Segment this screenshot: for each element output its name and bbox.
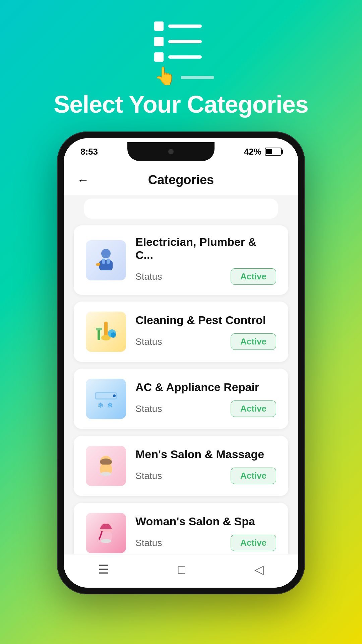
category-card-womens-salon[interactable]: Woman's Salon & Spa Status Active bbox=[74, 503, 288, 554]
app-header: ← Categories bbox=[64, 165, 298, 195]
svg-point-0 bbox=[101, 249, 111, 258]
top-section: 👆 Select Your Categories bbox=[54, 0, 308, 118]
list-illustration: 👆 bbox=[154, 27, 208, 80]
status-label-mens-salon: Status bbox=[135, 471, 162, 481]
category-image-electrician bbox=[86, 240, 126, 280]
partial-card bbox=[84, 199, 278, 219]
svg-rect-3 bbox=[107, 259, 110, 264]
category-info-mens-salon: Men's Salon & Massage Status Active bbox=[135, 448, 276, 484]
svg-point-22 bbox=[101, 539, 111, 543]
nav-menu-icon[interactable]: ☰ bbox=[98, 562, 109, 577]
category-image-ac: ❄ ❄ bbox=[86, 379, 126, 419]
status-badge-womens-salon[interactable]: Active bbox=[231, 535, 276, 551]
status-time: 8:53 bbox=[80, 147, 98, 157]
status-badge-ac[interactable]: Active bbox=[231, 400, 276, 417]
header-title: Categories bbox=[148, 173, 214, 187]
status-row-ac: Status Active bbox=[135, 400, 276, 417]
nav-back-icon[interactable]: ◁ bbox=[254, 562, 264, 577]
status-row-mens-salon: Status Active bbox=[135, 468, 276, 484]
phone-screen: 8:53 42% ← Categories bbox=[64, 138, 298, 588]
status-right: 42% bbox=[244, 147, 282, 157]
status-label-womens-salon: Status bbox=[135, 538, 162, 548]
page-title: Select Your Categories bbox=[54, 91, 308, 118]
category-card-cleaning[interactable]: Cleaning & Pest Control Status Active bbox=[74, 302, 288, 362]
back-button[interactable]: ← bbox=[77, 173, 89, 187]
bottom-nav: ☰ □ ◁ bbox=[64, 554, 298, 588]
category-info-electrician: Electrician, Plumber & C... Status Activ… bbox=[135, 235, 276, 285]
category-name-womens-salon: Woman's Salon & Spa bbox=[135, 515, 276, 528]
status-label-electrician: Status bbox=[135, 271, 162, 282]
status-label-ac: Status bbox=[135, 404, 162, 414]
status-label-cleaning: Status bbox=[135, 336, 162, 347]
category-card-mens-salon[interactable]: Men's Salon & Massage Status Active bbox=[74, 436, 288, 496]
category-info-ac: AC & Appliance Repair Status Active bbox=[135, 381, 276, 417]
category-card-electrician[interactable]: Electrician, Plumber & C... Status Activ… bbox=[74, 225, 288, 295]
status-bar: 8:53 42% bbox=[64, 138, 298, 165]
status-badge-electrician[interactable]: Active bbox=[231, 268, 276, 285]
category-card-ac[interactable]: ❄ ❄ AC & Appliance Repair Status Active bbox=[74, 369, 288, 429]
status-row-cleaning: Status Active bbox=[135, 333, 276, 350]
category-info-womens-salon: Woman's Salon & Spa Status Active bbox=[135, 515, 276, 551]
svg-rect-1 bbox=[99, 260, 113, 270]
battery-percent: 42% bbox=[244, 147, 261, 157]
phone-mockup: 8:53 42% ← Categories bbox=[57, 131, 305, 594]
status-badge-mens-salon[interactable]: Active bbox=[231, 468, 276, 484]
svg-text:❄: ❄ bbox=[98, 401, 104, 410]
category-image-womens-salon bbox=[86, 513, 126, 553]
partial-card-container bbox=[64, 195, 298, 219]
status-row-electrician: Status Active bbox=[135, 268, 276, 285]
category-image-cleaning bbox=[86, 312, 126, 352]
categories-list: Electrician, Plumber & C... Status Activ… bbox=[64, 219, 298, 554]
svg-point-19 bbox=[101, 472, 111, 476]
status-badge-cleaning[interactable]: Active bbox=[231, 333, 276, 350]
svg-rect-2 bbox=[102, 259, 105, 264]
category-image-mens-salon bbox=[86, 446, 126, 486]
category-name-ac: AC & Appliance Repair bbox=[135, 381, 276, 394]
svg-point-13 bbox=[113, 394, 116, 397]
svg-rect-8 bbox=[96, 328, 102, 330]
svg-rect-5 bbox=[104, 322, 108, 337]
category-info-cleaning: Cleaning & Pest Control Status Active bbox=[135, 314, 276, 350]
nav-home-icon[interactable]: □ bbox=[178, 562, 185, 577]
category-name-mens-salon: Men's Salon & Massage bbox=[135, 448, 276, 461]
battery-icon bbox=[265, 148, 282, 156]
svg-text:❄: ❄ bbox=[107, 401, 113, 410]
status-row-womens-salon: Status Active bbox=[135, 535, 276, 551]
svg-point-10 bbox=[111, 332, 116, 338]
notch bbox=[127, 142, 215, 161]
svg-point-17 bbox=[100, 459, 112, 465]
category-name-electrician: Electrician, Plumber & C... bbox=[135, 235, 276, 262]
category-name-cleaning: Cleaning & Pest Control bbox=[135, 314, 276, 327]
